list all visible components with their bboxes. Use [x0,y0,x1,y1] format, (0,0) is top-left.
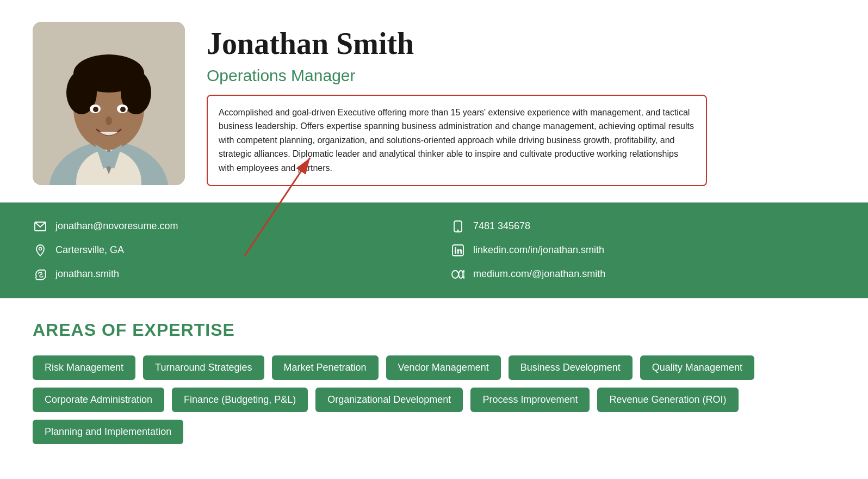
expertise-tag: Revenue Generation (ROI) [597,388,738,412]
expertise-tag: Risk Management [33,355,135,380]
expertise-tag: Business Development [509,355,633,380]
contact-linkedin: linkedin.com/in/jonathan.smith [450,243,835,258]
top-section: Jonathan Smith Operations Manager Accomp… [0,0,868,202]
person-title: Operations Manager [207,66,835,85]
person-name: Jonathan Smith [207,27,835,61]
expertise-tag: Finance (Budgeting, P&L) [172,388,308,412]
svg-point-13 [106,116,112,125]
contact-phone: 7481 345678 [450,219,835,234]
svg-point-12 [120,107,126,112]
expertise-tag: Organizational Development [315,388,463,412]
avatar [33,22,185,185]
email-text: jonathan@novoresume.com [55,220,178,232]
page-wrapper: Jonathan Smith Operations Manager Accomp… [0,0,868,466]
email-icon [33,219,48,234]
svg-point-19 [457,229,459,231]
linkedin-icon [450,243,466,258]
expertise-tag: Quality Management [640,355,754,380]
location-icon [33,243,48,258]
expertise-section: AREAS OF EXPERTISE Risk ManagementTurnar… [0,298,868,466]
svg-point-24 [452,271,458,278]
expertise-tag: Process Improvement [470,388,590,412]
svg-point-23 [455,247,456,249]
profile-photo [33,22,185,185]
skype-text: jonathan.smith [55,268,119,280]
contact-location: Cartersville, GA [33,243,418,258]
expertise-tag: Vendor Management [386,355,501,380]
svg-point-11 [93,107,98,112]
contact-skype: jonathan.smith [33,267,418,282]
svg-point-25 [459,271,463,278]
svg-rect-22 [455,249,456,254]
linkedin-text: linkedin.com/in/jonathan.smith [473,244,604,256]
medium-icon [450,267,466,282]
skype-icon [33,267,48,282]
phone-text: 7481 345678 [473,220,530,232]
location-text: Cartersville, GA [55,244,124,256]
contact-email: jonathan@novoresume.com [33,219,418,234]
expertise-tag: Market Penetration [272,355,379,380]
summary-text: Accomplished and goal-driven Executive o… [219,108,694,173]
contact-section: jonathan@novoresume.com 7481 345678 Cart… [0,202,868,298]
expertise-tag: Corporate Administration [33,388,164,412]
svg-point-26 [463,271,465,278]
medium-text: medium.com/@jonathan.smith [473,268,605,280]
expertise-tag: Turnaround Strategies [143,355,264,380]
svg-point-20 [39,247,42,250]
expertise-title: AREAS OF EXPERTISE [33,320,835,340]
phone-icon [450,219,466,234]
header-info: Jonathan Smith Operations Manager Accomp… [207,22,835,186]
contact-medium: medium.com/@jonathan.smith [450,267,835,282]
summary-box: Accomplished and goal-driven Executive o… [207,95,707,186]
tags-container: Risk ManagementTurnaround StrategiesMark… [33,355,835,444]
expertise-tag: Planning and Implementation [33,420,183,444]
